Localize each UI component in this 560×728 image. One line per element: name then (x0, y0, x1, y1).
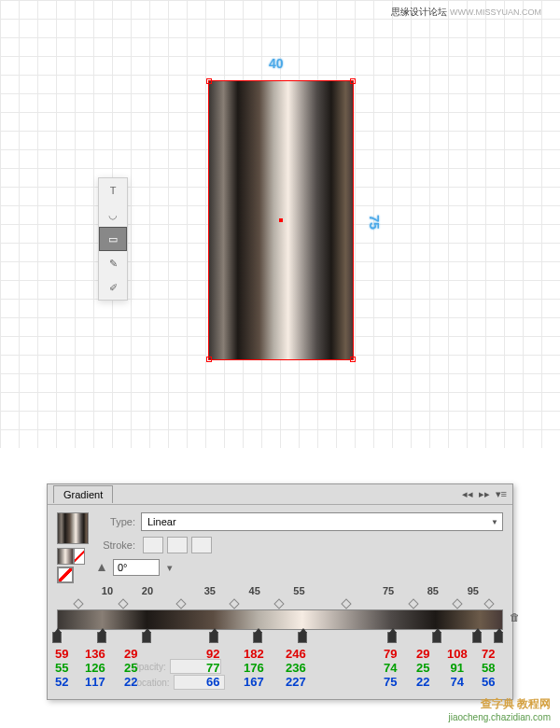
stroke-label: Stroke: (98, 539, 135, 551)
stroke-option-1[interactable] (143, 537, 163, 553)
stroke-option-2[interactable] (167, 537, 188, 553)
type-value: Linear (147, 516, 176, 527)
width-dimension: 40 (269, 56, 284, 71)
trash-icon[interactable]: 🗑 (510, 611, 520, 623)
color-stop[interactable] (253, 632, 262, 643)
fill-swatch[interactable] (57, 548, 74, 565)
color-stop[interactable] (52, 632, 62, 643)
angle-icon (98, 564, 105, 571)
site-url: WWW.MISSYUAN.COM (450, 7, 541, 17)
color-stop[interactable] (494, 632, 503, 643)
resize-handle-bl[interactable] (206, 357, 212, 362)
gradient-tab[interactable]: Gradient (53, 485, 113, 503)
color-stop[interactable] (472, 632, 482, 643)
angle-value: 0° (118, 562, 128, 573)
color-stop[interactable] (298, 632, 307, 643)
type-select[interactable]: Linear (141, 512, 503, 531)
site-name: 思缘设计论坛 (391, 7, 447, 17)
gradient-slider[interactable]: 🗑 (57, 609, 503, 630)
source-credit: 思缘设计论坛 WWW.MISSYUAN.COM (391, 6, 541, 19)
watermark: 查字典 教程网 jiaocheng.chazidian.com (448, 696, 551, 722)
gradient-rectangle[interactable] (208, 80, 354, 360)
watermark-title: 查字典 教程网 (448, 696, 551, 712)
type-label: Type: (98, 516, 135, 527)
stop-position-labels: 10 20 35 45 55 75 85 95 (57, 585, 503, 598)
brush-tool[interactable]: ✎ (99, 251, 127, 275)
resize-handle-br[interactable] (350, 357, 356, 362)
pencil-tool[interactable]: ✐ (99, 275, 127, 300)
panel-body: Type: Linear Stroke: 0° (48, 505, 512, 699)
color-stop[interactable] (387, 632, 397, 643)
color-stop[interactable] (97, 632, 106, 643)
resize-handle-tl[interactable] (206, 78, 212, 84)
color-stop[interactable] (209, 632, 218, 643)
gradient-bar[interactable] (57, 609, 503, 630)
color-stop[interactable] (432, 632, 441, 643)
rgb-values-display: Opacity: Location: 595552 136126117 2925… (57, 647, 503, 692)
gradient-panel: Gradient ◂◂ ▸▸ ▾≡ Type: Linear (47, 483, 513, 700)
menu-icon[interactable]: ▾≡ (496, 488, 507, 500)
collapse-icon[interactable]: ◂◂ (462, 488, 473, 500)
expand-icon[interactable]: ▸▸ (479, 488, 490, 500)
canvas-area: 思缘设计论坛 WWW.MISSYUAN.COM 40 75 T ◡ ▭ ✎ ✐ (0, 0, 560, 448)
stroke-option-3[interactable] (191, 537, 212, 553)
angle-input[interactable]: 0° (113, 559, 160, 576)
center-point (279, 218, 283, 222)
type-tool[interactable]: T (99, 178, 127, 203)
panel-header: Gradient ◂◂ ▸▸ ▾≡ (48, 484, 512, 505)
watermark-url: jiaocheng.chazidian.com (448, 712, 551, 722)
gradient-preview[interactable] (57, 512, 89, 544)
color-stop[interactable] (142, 632, 151, 643)
reverse-gradient-button[interactable] (57, 567, 74, 583)
none-swatch[interactable] (74, 548, 85, 565)
mini-toolbar: T ◡ ▭ ✎ ✐ (98, 177, 128, 301)
rectangle-tool[interactable]: ▭ (99, 227, 127, 251)
resize-handle-tr[interactable] (350, 78, 356, 84)
dropdown-icon[interactable]: ◡ (99, 203, 127, 227)
angle-stepper[interactable]: ▾ (167, 562, 173, 574)
height-dimension: 75 (367, 215, 382, 230)
